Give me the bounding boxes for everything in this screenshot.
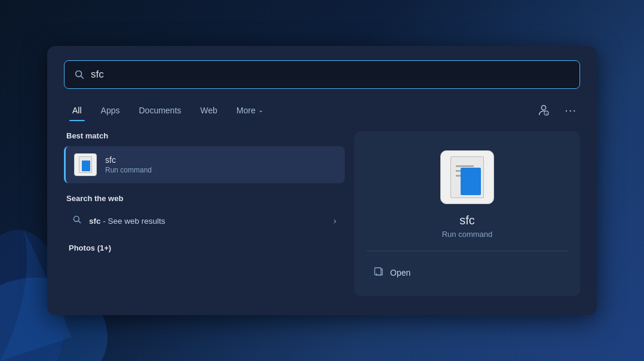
content-area: Best match sfc Run command Search the we… (64, 131, 580, 296)
tab-documents[interactable]: Documents (130, 102, 189, 119)
detail-subtext: Run command (442, 230, 493, 239)
tabs-right: ↗ ··· (533, 101, 580, 119)
sfc-app-icon (74, 153, 97, 176)
best-match-item[interactable]: sfc Run command (64, 146, 345, 183)
search-box[interactable] (64, 60, 580, 89)
tab-more[interactable]: More ⌄ (228, 102, 272, 119)
detail-panel: sfc Run command Open (354, 131, 580, 296)
open-button[interactable]: Open (366, 261, 568, 284)
search-panel: All Apps Documents Web More ⌄ (47, 46, 597, 315)
svg-point-4 (542, 105, 546, 109)
photos-title: Photos (1+) (66, 243, 342, 252)
best-match-subtext: Run command (105, 166, 152, 174)
chevron-right-icon: › (333, 216, 336, 226)
left-column: Best match sfc Run command Search the we… (64, 131, 345, 296)
more-options-btn[interactable]: ··· (561, 101, 580, 119)
web-search-text: sfc - See web results (89, 217, 326, 226)
tabs-row: All Apps Documents Web More ⌄ (64, 101, 580, 119)
search-input[interactable] (91, 69, 570, 81)
detail-divider (366, 251, 568, 251)
tab-all[interactable]: All (64, 102, 90, 119)
svg-line-3 (81, 76, 83, 78)
open-label: Open (390, 268, 410, 277)
best-match-text: sfc Run command (105, 155, 152, 174)
best-match-name: sfc (105, 155, 152, 165)
chevron-down-icon: ⌄ (258, 106, 263, 114)
svg-line-8 (78, 221, 81, 223)
search-icon (74, 69, 85, 80)
tab-apps[interactable]: Apps (93, 102, 128, 119)
account-icon-btn[interactable]: ↗ (533, 101, 554, 119)
web-search-item[interactable]: sfc - See web results › (64, 209, 345, 233)
svg-rect-9 (375, 268, 381, 275)
tabs-left: All Apps Documents Web More ⌄ (64, 102, 533, 119)
detail-app-icon (440, 150, 494, 204)
svg-text:↗: ↗ (545, 112, 548, 115)
web-search-title: Search the web (64, 194, 345, 203)
open-icon (373, 266, 384, 279)
photos-section: Photos (1+) (64, 243, 345, 258)
web-search-icon (72, 215, 82, 227)
tab-web[interactable]: Web (192, 102, 226, 119)
detail-name: sfc (459, 214, 475, 227)
best-match-title: Best match (64, 131, 345, 140)
